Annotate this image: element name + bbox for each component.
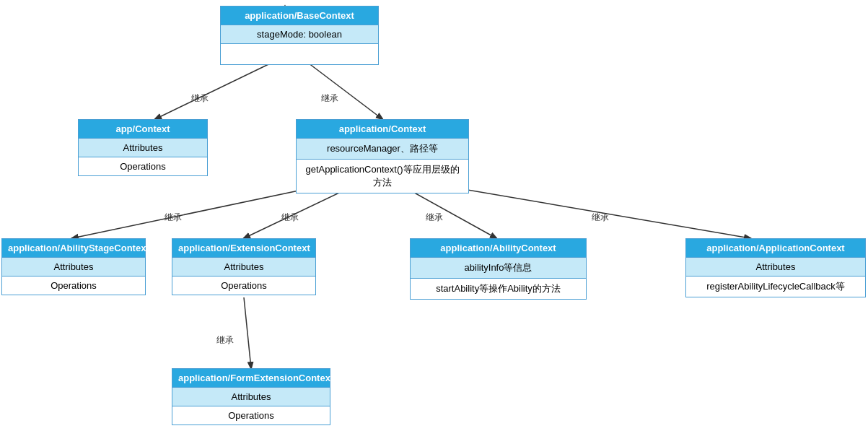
ability-stage-context-box: application/AbilityStageContext Attribut… bbox=[1, 238, 146, 295]
ability-stage-context-header: application/AbilityStageContext bbox=[2, 239, 145, 258]
base-context-operations bbox=[221, 44, 378, 64]
application-context-header: application/Context bbox=[297, 120, 468, 139]
app-application-context-operations: registerAbilityLifecycleCallback等 bbox=[686, 277, 865, 297]
app-context-attributes: Attributes bbox=[79, 139, 207, 157]
form-extension-context-attributes: Attributes bbox=[172, 388, 330, 406]
extension-context-header: application/ExtensionContext bbox=[172, 239, 315, 258]
base-context-header: application/BaseContext bbox=[221, 6, 378, 25]
app-application-context-attributes: Attributes bbox=[686, 258, 865, 277]
app-context-box: app/Context Attributes Operations bbox=[78, 119, 208, 176]
inherit-label-3: 继承 bbox=[165, 212, 182, 224]
ability-context-attributes: abilityInfo等信息 bbox=[411, 258, 586, 279]
application-context-box: application/Context resourceManager、路径等 … bbox=[296, 119, 469, 193]
svg-line-1 bbox=[299, 56, 382, 119]
app-context-header: app/Context bbox=[79, 120, 207, 139]
inherit-label-7: 继承 bbox=[216, 334, 234, 347]
application-context-operations: getApplicationContext()等应用层级的方法 bbox=[297, 160, 468, 193]
form-extension-context-operations: Operations bbox=[172, 406, 330, 425]
app-context-operations: Operations bbox=[79, 157, 207, 175]
form-extension-context-header: application/FormExtensionContext bbox=[172, 369, 330, 388]
inherit-label-1: 继承 bbox=[191, 92, 209, 105]
app-application-context-header: application/ApplicationContext bbox=[686, 239, 865, 258]
svg-line-6 bbox=[244, 297, 251, 368]
inherit-label-4: 继承 bbox=[281, 212, 299, 224]
svg-line-0 bbox=[155, 56, 285, 119]
ability-context-header: application/AbilityContext bbox=[411, 239, 586, 258]
form-extension-context-box: application/FormExtensionContext Attribu… bbox=[172, 368, 330, 425]
inherit-label-2: 继承 bbox=[321, 92, 338, 105]
extension-context-attributes: Attributes bbox=[172, 258, 315, 277]
application-context-attributes: resourceManager、路径等 bbox=[297, 139, 468, 160]
inherit-label-6: 继承 bbox=[592, 212, 609, 224]
ability-context-box: application/AbilityContext abilityInfo等信… bbox=[410, 238, 587, 300]
extension-context-operations: Operations bbox=[172, 277, 315, 295]
base-context-attributes: stageMode: boolean bbox=[221, 25, 378, 44]
diagram: 继承 继承 继承 继承 继承 继承 继承 application/BaseCon… bbox=[0, 0, 868, 444]
ability-stage-context-operations: Operations bbox=[2, 277, 145, 295]
app-application-context-box: application/ApplicationContext Attribute… bbox=[685, 238, 866, 297]
ability-stage-context-attributes: Attributes bbox=[2, 258, 145, 277]
extension-context-box: application/ExtensionContext Attributes … bbox=[172, 238, 316, 295]
inherit-label-5: 继承 bbox=[426, 212, 443, 224]
base-context-box: application/BaseContext stageMode: boole… bbox=[220, 6, 379, 65]
ability-context-operations: startAbility等操作Ability的方法 bbox=[411, 279, 586, 299]
